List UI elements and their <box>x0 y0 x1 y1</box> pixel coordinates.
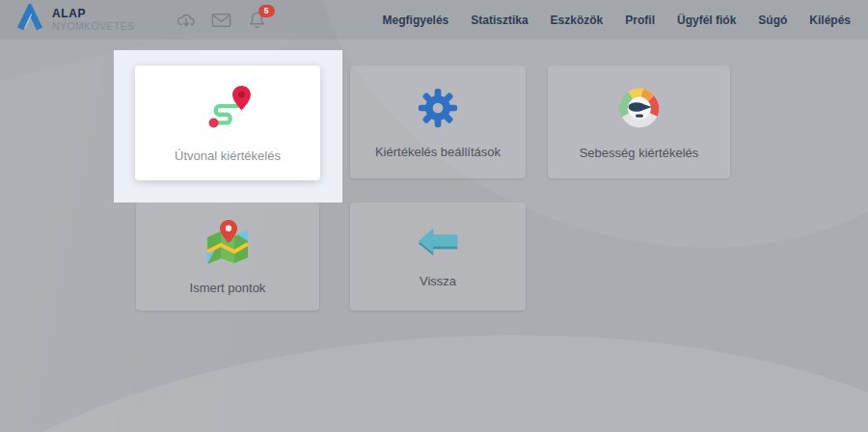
nav-item-ugyfel-fiok[interactable]: Ügyfél fiók <box>677 14 736 27</box>
card-label: Sebesség kiértékelés <box>580 146 699 160</box>
background-swoosh-bottom <box>0 308 868 432</box>
card-known-points[interactable]: Ismert pontok <box>136 202 319 310</box>
top-bar: ALAP NYOMKÖVETÉS 5 Megfigyelés Stat <box>0 0 868 40</box>
brand-name: ALAP <box>52 8 135 21</box>
mail-icon[interactable] <box>211 10 232 31</box>
route-icon <box>202 84 254 134</box>
main-nav: Megfigyelés Statisztika Eszközök Profil … <box>383 14 851 27</box>
nav-item-eszkozok[interactable]: Eszközök <box>551 14 604 27</box>
map-pin-icon <box>203 218 253 266</box>
bell-icon[interactable]: 5 <box>247 10 268 31</box>
card-evaluation-settings[interactable]: Kiértékelés beállítások <box>350 66 526 178</box>
nav-item-kilepes[interactable]: Kilépés <box>809 14 851 27</box>
brand-logo-block[interactable]: ALAP NYOMKÖVETÉS <box>15 4 135 37</box>
brand-subtitle: NYOMKÖVETÉS <box>52 20 135 32</box>
card-back[interactable]: Vissza <box>350 202 526 310</box>
notification-badge: 5 <box>258 5 275 17</box>
nav-item-profil[interactable]: Profil <box>625 14 655 27</box>
brand-logo-icon <box>15 4 44 37</box>
card-label: Útvonal kiértékelés <box>175 148 281 163</box>
card-label: Vissza <box>420 274 456 288</box>
back-arrow-icon <box>416 225 460 259</box>
card-speed-evaluation[interactable]: Sebesség kiértékelés <box>548 66 730 178</box>
nav-item-megfigyeles[interactable]: Megfigyelés <box>383 14 449 27</box>
card-route-evaluation[interactable]: Útvonal kiértékelés <box>135 66 320 180</box>
card-label: Ismert pontok <box>190 281 266 295</box>
header-icon-group: 5 <box>176 10 268 31</box>
speed-gauge-icon <box>616 85 663 131</box>
gear-icon <box>416 86 460 130</box>
card-label: Kiértékelés beállítások <box>375 145 501 159</box>
nav-item-sugo[interactable]: Súgó <box>758 14 787 27</box>
cloud-download-icon[interactable] <box>176 10 197 31</box>
nav-item-statisztika[interactable]: Statisztika <box>471 14 528 27</box>
